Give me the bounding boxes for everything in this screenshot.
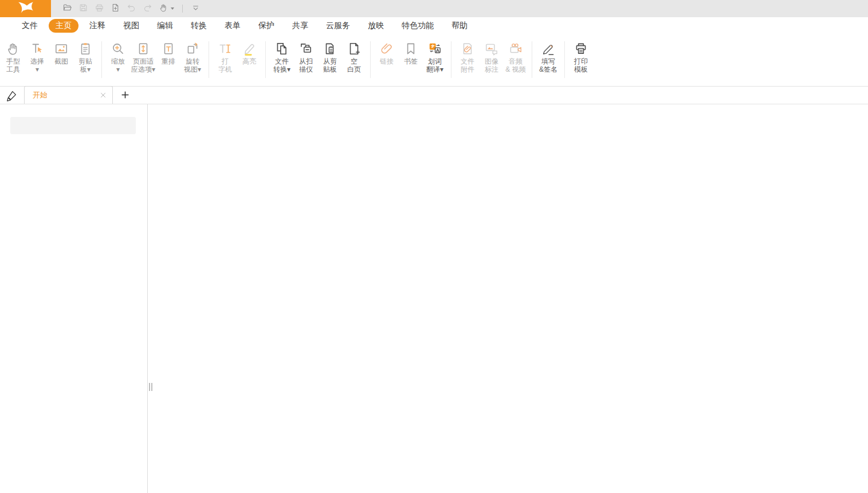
- zoom-icon: [111, 41, 125, 56]
- new-document-button[interactable]: [111, 3, 120, 15]
- ribbon-group-separator: [265, 41, 266, 78]
- ribbon-tool[interactable]: 文件 转换▾: [270, 34, 294, 86]
- ribbon-tool[interactable]: 重排: [156, 34, 180, 86]
- menu-item-主页[interactable]: 主页: [49, 19, 78, 33]
- ribbon-tool[interactable]: 截图: [49, 34, 73, 86]
- plus-icon[interactable]: [120, 90, 130, 100]
- print-template-icon: [574, 41, 588, 56]
- app-logo[interactable]: [0, 0, 51, 17]
- undo-icon: [127, 3, 136, 15]
- hand-tool-icon: [6, 41, 21, 56]
- ribbon-tool[interactable]: 从剪 贴板: [318, 34, 342, 86]
- app-body: [0, 104, 868, 493]
- tab-edit-icon[interactable]: [5, 89, 18, 102]
- ribbon-tool[interactable]: 打 字机: [213, 34, 237, 86]
- menu-item-帮助[interactable]: 帮助: [445, 19, 474, 33]
- menu-item-编辑[interactable]: 编辑: [150, 19, 180, 33]
- quick-access-toolbar: [62, 3, 201, 15]
- menu-item-注释[interactable]: 注释: [83, 19, 112, 33]
- toolbar-separator: [182, 5, 183, 13]
- from-clipboard-icon: [323, 41, 337, 56]
- ribbon-tool[interactable]: 剪贴 板▾: [73, 34, 97, 86]
- document-tab[interactable]: 开始: [24, 86, 113, 104]
- ribbon-tool[interactable]: 音频 & 视频: [504, 34, 528, 86]
- convert-icon: [274, 41, 289, 56]
- menu-item-视图[interactable]: 视图: [116, 19, 146, 33]
- menu-item-共享[interactable]: 共享: [285, 19, 315, 33]
- snapshot-icon: [54, 41, 69, 56]
- customize-toolbar-button[interactable]: [191, 3, 201, 15]
- ribbon-tool[interactable]: 书签: [399, 34, 423, 86]
- save-icon: [78, 3, 88, 15]
- tab-bar: 开始: [0, 87, 868, 104]
- sidebar: [0, 104, 148, 493]
- new-document-icon: [111, 3, 120, 15]
- ribbon-group-separator: [370, 41, 371, 78]
- print-button[interactable]: [95, 3, 104, 15]
- open-folder-button[interactable]: [62, 3, 72, 15]
- highlight-icon: [242, 41, 257, 56]
- ribbon-tool[interactable]: 链接: [375, 34, 399, 86]
- ribbon-tool[interactable]: 空 白页: [342, 34, 366, 86]
- ribbon-toolbar: 手型 工具 选择 ▾ 截图 剪贴 板▾ 缩放 ▾ 页面适 应选项▾ 重排 旋转 …: [0, 34, 868, 87]
- hand-select-icon: [159, 3, 168, 15]
- blank-page-icon: [347, 41, 362, 56]
- ribbon-tool[interactable]: 图像 标注: [480, 34, 504, 86]
- ribbon-group: 缩放 ▾ 页面适 应选项▾ 重排 旋转 视图▾: [106, 34, 205, 86]
- bookmark-icon: [403, 41, 418, 56]
- ribbon-tool[interactable]: 划词 翻译▾: [423, 34, 447, 86]
- menu-item-放映[interactable]: 放映: [361, 19, 391, 33]
- scanner-icon: [299, 41, 313, 56]
- ribbon-tool[interactable]: 打印 模板: [569, 34, 593, 86]
- dropdown-caret-icon: [171, 7, 174, 10]
- sidebar-splitter-handle[interactable]: [149, 383, 154, 392]
- recent-section-header: [10, 117, 136, 134]
- ribbon-group-separator: [451, 41, 451, 78]
- fit-page-icon: [136, 41, 151, 56]
- ribbon-group-separator: [564, 41, 565, 78]
- ribbon-group: 手型 工具 选择 ▾ 截图 剪贴 板▾: [1, 34, 97, 86]
- ribbon-group-separator: [209, 41, 209, 78]
- ribbon-group: 文件 转换▾ 从扫 描仪 从剪 贴板 空 白页: [270, 34, 366, 86]
- menu-item-转换[interactable]: 转换: [184, 19, 214, 33]
- ribbon-group: 打印 模板: [569, 34, 593, 86]
- hand-select-button[interactable]: [159, 3, 174, 15]
- attachment-icon: [460, 41, 475, 56]
- ribbon-group: 链接 书签 划词 翻译▾: [375, 34, 447, 86]
- foxit-logo-icon: [17, 1, 35, 16]
- audio-video-icon: [508, 41, 523, 56]
- menu-item-特色功能[interactable]: 特色功能: [395, 19, 441, 33]
- customize-toolbar-icon: [191, 3, 201, 15]
- select-icon: [30, 41, 45, 56]
- menu-item-文件[interactable]: 文件: [15, 19, 45, 33]
- ribbon-group: 填写 &签名: [536, 34, 560, 86]
- ribbon-tool[interactable]: 手型 工具: [1, 34, 25, 86]
- ribbon-tool[interactable]: 填写 &签名: [536, 34, 560, 86]
- clipboard-icon: [78, 41, 93, 56]
- menu-item-保护[interactable]: 保护: [252, 19, 281, 33]
- ribbon-tool[interactable]: 选择 ▾: [25, 34, 49, 86]
- close-icon[interactable]: [99, 91, 107, 99]
- redo-button[interactable]: [143, 3, 152, 15]
- ribbon-tool[interactable]: 文件 附件: [455, 34, 480, 86]
- save-button[interactable]: [78, 3, 88, 15]
- image-annotation-icon: [484, 41, 499, 56]
- clear-recent-button[interactable]: [120, 121, 129, 131]
- undo-button[interactable]: [127, 3, 136, 15]
- menu-bar: 文件主页注释视图编辑转换表单保护共享云服务放映特色功能帮助: [0, 17, 868, 34]
- typewriter-icon: [218, 41, 233, 56]
- ribbon-tool[interactable]: 缩放 ▾: [106, 34, 130, 86]
- ribbon-tool[interactable]: 从扫 描仪: [294, 34, 318, 86]
- reflow-icon: [161, 41, 176, 56]
- ribbon-group-separator: [101, 41, 102, 78]
- ribbon-group: 文件 附件 图像 标注 音频 & 视频: [455, 34, 528, 86]
- fill-sign-icon: [541, 41, 556, 56]
- rotate-view-icon: [185, 41, 200, 56]
- ribbon-tool[interactable]: 高亮: [237, 34, 261, 86]
- ribbon-group: 打 字机 高亮: [213, 34, 261, 86]
- menu-item-表单[interactable]: 表单: [218, 19, 248, 33]
- print-icon: [95, 3, 104, 15]
- ribbon-tool[interactable]: 旋转 视图▾: [180, 34, 205, 86]
- menu-item-云服务[interactable]: 云服务: [319, 19, 357, 33]
- ribbon-tool[interactable]: 页面适 应选项▾: [130, 34, 156, 86]
